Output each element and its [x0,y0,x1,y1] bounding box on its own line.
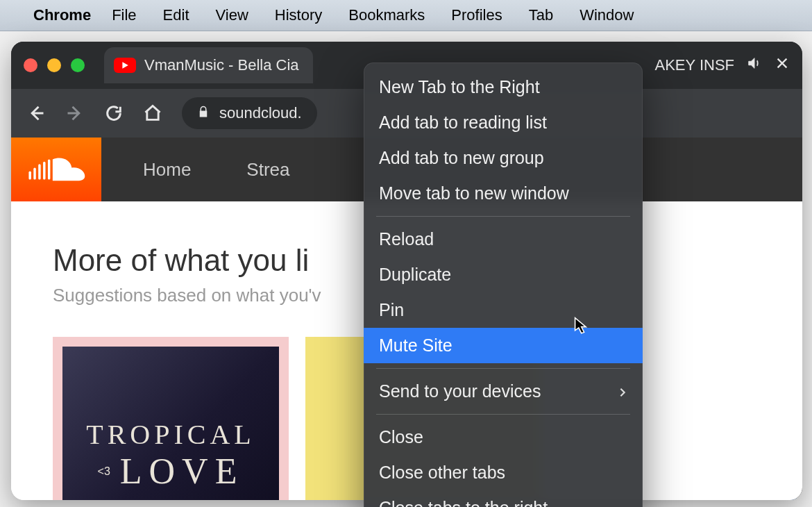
active-tab[interactable]: VmanMusic - Bella Cia [104,47,313,83]
zoom-window-button[interactable] [71,58,85,72]
playlist-card-tropical-love[interactable]: TROPICAL <3 LOVE [53,337,289,500]
ctx-separator [376,414,630,415]
menu-history[interactable]: History [275,6,322,24]
soundcloud-nav-stream[interactable]: Strea [246,159,289,181]
ctx-add-new-group[interactable]: Add tab to new group [364,140,643,176]
macos-menubar: Chrome File Edit View History Bookmarks … [0,0,812,31]
svg-rect-3 [43,162,45,180]
menu-view[interactable]: View [216,6,248,24]
audio-playing-icon[interactable] [747,56,762,75]
ctx-add-reading-list[interactable]: Add tab to reading list [364,105,643,140]
youtube-favicon-icon [114,58,136,73]
svg-rect-1 [33,167,35,179]
svg-rect-4 [48,159,50,179]
ctx-move-new-window[interactable]: Move tab to new window [364,176,643,211]
menu-window[interactable]: Window [580,6,634,24]
heart-icon: <3 [98,465,110,478]
card-title-line1: TROPICAL [86,418,255,451]
app-menu[interactable]: Chrome [33,6,91,24]
reload-button[interactable] [104,103,124,123]
minimize-window-button[interactable] [47,58,61,72]
address-bar[interactable]: soundcloud. [182,97,317,129]
ctx-close-other[interactable]: Close other tabs [364,455,643,490]
ctx-reload[interactable]: Reload [364,222,643,257]
lock-icon [197,104,210,122]
window-controls [24,58,85,72]
ctx-separator [376,368,630,369]
menu-edit[interactable]: Edit [163,6,189,24]
tab-context-menu: New Tab to the Right Add tab to reading … [364,63,643,507]
menu-tab[interactable]: Tab [529,6,553,24]
svg-rect-0 [28,172,31,180]
ctx-mute-site[interactable]: Mute Site [364,328,643,363]
mouse-cursor-icon [573,316,591,334]
other-tab-title-fragment[interactable]: AKEY INSF [654,56,734,74]
url-text: soundcloud. [219,104,302,122]
close-window-button[interactable] [24,58,37,72]
ctx-duplicate[interactable]: Duplicate [364,257,643,292]
back-button[interactable] [26,103,46,123]
card-title-line2: LOVE [120,451,244,492]
ctx-new-tab-right[interactable]: New Tab to the Right [364,69,643,105]
menu-file[interactable]: File [112,6,136,24]
ctx-pin[interactable]: Pin [364,292,643,328]
ctx-close[interactable]: Close [364,419,643,455]
ctx-close-right[interactable]: Close tabs to the right [364,490,643,507]
svg-rect-2 [38,164,40,179]
close-tab-icon[interactable] [775,56,790,75]
soundcloud-nav-home[interactable]: Home [143,159,191,181]
ctx-send-to-devices[interactable]: Send to your devices [364,374,643,409]
home-button[interactable] [143,103,162,123]
forward-button[interactable] [65,103,85,123]
chevron-right-icon [618,379,627,404]
ctx-separator [376,216,630,217]
soundcloud-logo-icon[interactable] [11,138,101,201]
tab-title: VmanMusic - Bella Cia [144,56,299,74]
menu-bookmarks[interactable]: Bookmarks [348,6,425,24]
menu-profiles[interactable]: Profiles [451,6,502,24]
